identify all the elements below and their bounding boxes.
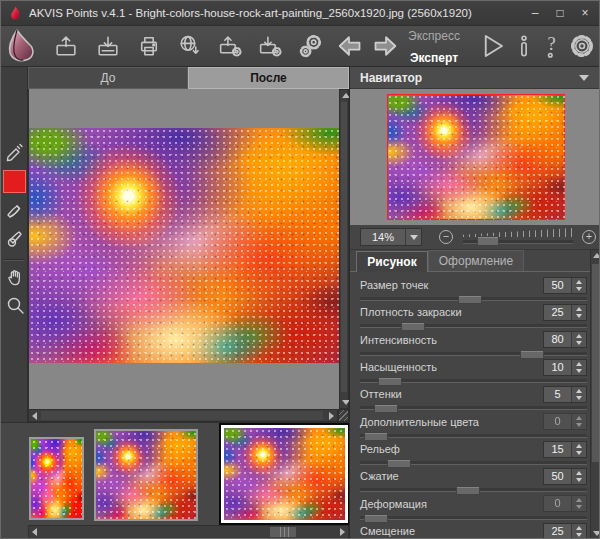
image-viewport[interactable] [28,89,339,409]
parameter-slider[interactable] [360,514,587,522]
tab-decoration[interactable]: Оформление [428,250,524,271]
close-button[interactable]: × [574,4,596,22]
parameter-label: Интенсивность [360,334,437,346]
batch-processing-icon[interactable] [294,29,328,63]
publish-to-web-icon[interactable] [172,29,206,63]
spinner-arrows-icon[interactable] [571,496,586,511]
preferences-icon[interactable] [565,29,599,63]
smudge-tool-icon[interactable] [3,198,26,222]
maximize-button[interactable]: □ [549,4,571,22]
tab-after[interactable]: После [188,67,349,89]
parameter-value[interactable]: 25 [544,305,571,320]
parameter-slider[interactable] [360,322,587,330]
spinner-arrows-icon[interactable] [571,387,586,402]
parameter-spinbox[interactable]: 10 [543,359,587,376]
parameter-spinbox[interactable]: 50 [543,277,587,294]
tab-before[interactable]: До [28,67,188,89]
zoom-slider[interactable] [463,228,573,247]
export-presets-icon[interactable] [253,29,287,63]
scroll-down-arrow[interactable] [593,531,600,536]
zoom-dropdown-icon[interactable] [405,229,421,245]
spinner-arrows-icon[interactable] [571,524,586,539]
processed-image[interactable] [29,128,339,363]
parameter-value[interactable]: 5 [544,387,571,402]
zoom-combobox[interactable]: 14% [360,228,422,246]
parameter-value[interactable]: 50 [544,278,571,293]
parameter-slider[interactable] [360,377,587,385]
navigator-header[interactable]: Навигатор [350,67,600,89]
spinner-arrows-icon[interactable] [571,332,586,347]
preset-thumbnail[interactable] [29,437,84,520]
parameter-spinbox[interactable]: 80 [543,331,587,348]
scroll-up-arrow[interactable] [593,253,600,258]
zoom-tool-icon[interactable] [3,293,26,317]
parameter-row: Интенсивность 80 [360,331,590,358]
parameter-spinbox[interactable]: 0 [543,495,587,512]
parameter-spinbox[interactable]: 50 [543,468,587,485]
navigator-preview[interactable] [350,89,600,225]
parameter-spinbox[interactable]: 25 [543,304,587,321]
parameter-value[interactable]: 50 [544,469,571,484]
navigator-view-frame[interactable] [387,94,565,220]
preset-thumbnail[interactable] [94,429,198,521]
parameter-value[interactable]: 80 [544,332,571,347]
spinner-arrows-icon[interactable] [571,278,586,293]
preset-thumbnail-selected[interactable] [221,425,348,523]
parameter-slider[interactable] [360,486,587,494]
mode-express-button[interactable]: Экспресс [400,29,468,43]
parameter-slider[interactable] [360,295,587,303]
vertical-scrollbar[interactable] [339,89,349,409]
parameter-spinbox[interactable]: 25 [543,523,587,539]
horizontal-scroll-thumb[interactable] [41,411,323,420]
zoom-slider-thumb[interactable] [477,236,499,246]
print-icon[interactable] [132,29,166,63]
parameter-value[interactable]: 0 [544,496,571,511]
title-bar[interactable]: AKVIS Points v.4.1 - Bright-colors-house… [1,1,599,26]
undo-icon[interactable] [332,29,366,63]
run-icon[interactable] [475,29,509,63]
history-brush-tool-icon[interactable] [3,226,26,250]
tab-drawing[interactable]: Рисунок [356,251,428,272]
parameter-value[interactable]: 15 [544,442,571,457]
parameter-value[interactable]: 25 [544,524,571,539]
parameter-slider[interactable] [360,404,587,412]
scroll-right-arrow[interactable] [329,412,334,420]
zoom-out-button[interactable]: − [439,230,453,244]
collapse-chevron-icon[interactable] [579,75,589,81]
hand-tool-icon[interactable] [3,265,26,289]
spinner-arrows-icon[interactable] [571,442,586,457]
parameter-value[interactable]: 10 [544,360,571,375]
parameters-scroll-thumb[interactable] [592,264,599,462]
thumbnails-scroll-thumb[interactable] [270,527,296,537]
scroll-left-arrow[interactable] [32,528,37,536]
scroll-right-arrow[interactable] [340,528,345,536]
import-presets-icon[interactable] [213,29,247,63]
parameter-spinbox[interactable]: 0 [543,413,587,430]
open-icon[interactable] [49,29,83,63]
spinner-arrows-icon[interactable] [571,414,586,429]
parameter-slider[interactable] [360,350,587,358]
parameter-slider[interactable] [360,432,587,440]
quick-preview-tool-icon[interactable] [3,141,26,165]
vertical-scroll-thumb[interactable] [341,102,347,392]
parameter-spinbox[interactable]: 5 [543,386,587,403]
spinner-arrows-icon[interactable] [571,305,586,320]
spinner-arrows-icon[interactable] [571,360,586,375]
zoom-in-button[interactable]: + [582,230,596,244]
mode-expert-button[interactable]: Эксперт [400,51,468,65]
spinner-arrows-icon[interactable] [571,469,586,484]
redo-icon[interactable] [369,29,403,63]
preview-area-tool[interactable] [3,170,26,193]
minimize-button[interactable]: – [524,4,546,22]
navigator-thumbnail[interactable] [387,94,565,220]
save-icon[interactable] [91,29,125,63]
parameters-scrollbar[interactable] [590,249,600,539]
horizontal-scrollbar[interactable] [28,409,338,422]
scroll-left-arrow[interactable] [32,412,37,420]
settings-tabs: Рисунок Оформление [350,249,600,272]
parameter-spinbox[interactable]: 15 [543,441,587,458]
parameter-value[interactable]: 0 [544,414,571,429]
thumbnails-scrollbar[interactable] [28,525,349,539]
parameter-label: Насыщенность [360,361,437,373]
parameter-slider[interactable] [360,459,587,467]
